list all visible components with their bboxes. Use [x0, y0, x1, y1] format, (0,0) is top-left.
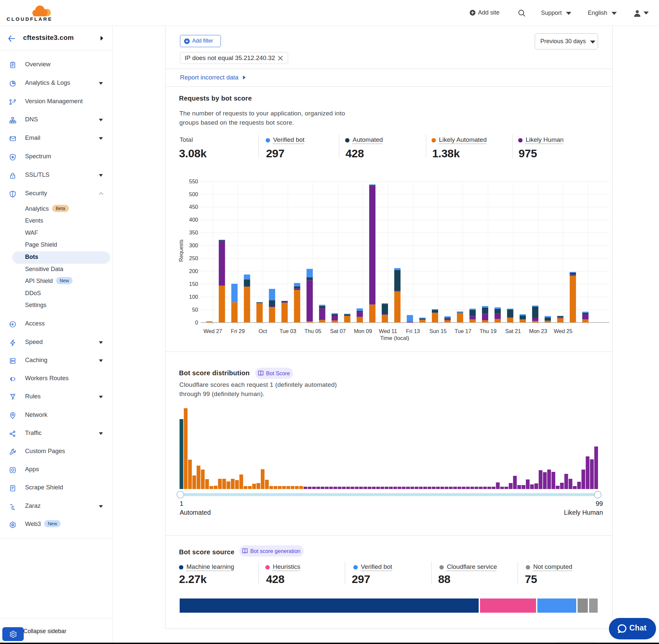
- svg-text:1: 1: [180, 500, 183, 507]
- svg-text:350: 350: [189, 230, 198, 235]
- svg-text:500: 500: [189, 191, 198, 197]
- svg-text:250: 250: [189, 255, 198, 261]
- svg-text:Thu 05: Thu 05: [304, 328, 321, 334]
- svg-text:Automated: Automated: [180, 509, 211, 516]
- svg-text:0: 0: [195, 320, 198, 325]
- svg-text:550: 550: [189, 178, 198, 184]
- svg-text:Tue 17: Tue 17: [455, 328, 471, 334]
- svg-text:Thu 19: Thu 19: [480, 328, 496, 334]
- svg-text:150: 150: [189, 281, 198, 287]
- svg-text:Fri 29: Fri 29: [231, 328, 244, 334]
- svg-text:Likely Human: Likely Human: [564, 509, 603, 516]
- svg-text:Mon 23: Mon 23: [529, 328, 547, 334]
- svg-text:Sun 15: Sun 15: [429, 328, 446, 334]
- svg-text:300: 300: [189, 243, 198, 248]
- svg-text:Wed 25: Wed 25: [554, 328, 573, 334]
- svg-text:100: 100: [189, 294, 198, 300]
- svg-text:Sat 07: Sat 07: [330, 328, 346, 334]
- svg-text:50: 50: [192, 307, 198, 313]
- svg-text:Fri 13: Fri 13: [406, 328, 420, 334]
- svg-text:450: 450: [189, 204, 198, 210]
- svg-text:99: 99: [596, 500, 603, 507]
- svg-text:200: 200: [189, 268, 198, 274]
- svg-text:Mon 09: Mon 09: [354, 328, 372, 334]
- svg-text:Wed 27: Wed 27: [204, 328, 222, 334]
- svg-text:Time (local): Time (local): [380, 335, 409, 341]
- svg-text:400: 400: [189, 217, 198, 223]
- svg-text:Sat 21: Sat 21: [505, 328, 521, 334]
- svg-text:Oct: Oct: [258, 328, 267, 334]
- svg-text:Wed 11: Wed 11: [379, 328, 397, 334]
- svg-text:Tue 03: Tue 03: [280, 328, 297, 334]
- svg-text:Requests: Requests: [178, 239, 184, 262]
